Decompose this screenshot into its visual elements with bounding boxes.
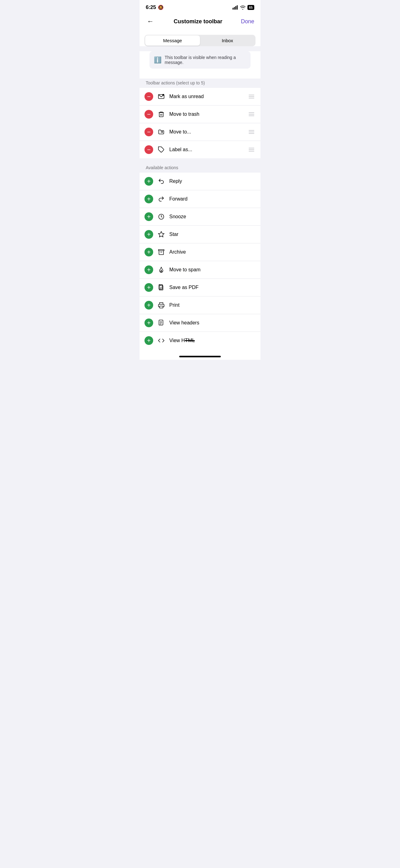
segment-control: Message Inbox [144,35,256,46]
code-icon [157,336,166,345]
reply-label: Reply [169,179,256,184]
add-button-reply[interactable]: + [144,177,153,186]
svg-rect-1 [234,7,235,10]
tag-icon [157,145,166,154]
toolbar-actions-label: Toolbar actions (select up to 5) [139,79,261,88]
add-button-snooze[interactable]: + [144,212,153,221]
drag-handle[interactable] [247,129,256,135]
signal-icon [233,5,238,10]
svg-rect-18 [160,306,163,308]
add-button-print[interactable]: + [144,301,153,310]
archive-icon [157,248,166,256]
star-label: Star [169,231,256,237]
available-actions-list: + Reply + Forward + [139,173,261,349]
add-button-view-html[interactable]: + [144,336,153,345]
svg-rect-2 [235,6,236,10]
add-button-save-pdf[interactable]: + [144,283,153,292]
list-item: + View headers [139,314,261,332]
mute-icon: 🔕 [158,5,164,10]
svg-rect-3 [237,5,237,10]
trash-icon [157,110,166,119]
back-button[interactable]: ← [146,16,155,27]
svg-rect-19 [159,320,163,326]
list-item: − Move to... [139,123,261,141]
available-actions-label: Available actions [139,163,261,173]
list-item: + Star [139,226,261,243]
svg-rect-13 [159,250,164,251]
status-icons: 65 [233,5,254,10]
archive-label: Archive [169,249,256,255]
mark-unread-label: Mark as unread [169,94,244,99]
list-item: − Mark as unread [139,88,261,105]
doc-lines-icon [157,318,166,327]
remove-button-move-trash[interactable]: − [144,110,153,119]
list-item: + View HTML [139,332,261,349]
drag-handle[interactable] [247,93,256,100]
home-indicator [139,349,261,360]
remove-button-label-as[interactable]: − [144,145,153,154]
tab-inbox[interactable]: Inbox [200,35,255,45]
list-item: − Label as... [139,141,261,158]
add-button-forward[interactable]: + [144,195,153,203]
info-icon: ℹ️ [154,56,162,64]
svg-marker-12 [159,231,164,237]
spam-label: Move to spam [169,267,256,273]
add-button-archive[interactable]: + [144,248,153,256]
view-html-label: View HTML [169,338,256,343]
list-item: + Forward [139,190,261,208]
envelope-dot-icon [157,92,166,101]
folder-arrow-icon [157,128,166,136]
battery-level: 65 [247,5,254,10]
print-label: Print [169,302,256,308]
view-headers-label: View headers [169,320,256,326]
list-item: + Reply [139,173,261,190]
forward-icon [157,195,166,203]
label-as-label: Label as... [169,147,244,152]
add-button-view-headers[interactable]: + [144,318,153,327]
move-trash-label: Move to trash [169,112,244,117]
toolbar-actions-list: − Mark as unread − Move [139,88,261,158]
remove-button-move-to[interactable]: − [144,128,153,136]
home-bar [179,356,221,357]
section-spacer [139,158,261,163]
list-item: + Save as PDF [139,279,261,297]
clock-icon [157,212,166,221]
add-button-spam[interactable]: + [144,266,153,274]
forward-label: Forward [169,196,256,202]
segment-wrapper: Message Inbox [139,31,261,46]
list-item: + Snooze [139,208,261,226]
list-item: + Archive [139,243,261,261]
add-button-star[interactable]: + [144,230,153,239]
move-to-label: Move to... [169,129,244,135]
nav-bar: ← Customize toolbar Done [139,13,261,31]
flame-icon [157,266,166,274]
list-item: − Move to trash [139,105,261,123]
printer-icon [157,301,166,310]
list-item: + Move to spam [139,261,261,279]
save-pdf-label: Save as PDF [169,285,256,290]
wifi-icon [240,5,245,10]
svg-rect-6 [159,113,163,117]
star-icon [157,230,166,239]
drag-handle[interactable] [247,111,256,117]
snooze-label: Snooze [169,214,256,219]
done-button[interactable]: Done [241,18,254,25]
remove-button-mark-unread[interactable]: − [144,92,153,101]
reply-icon [157,177,166,186]
status-bar: 6:25 🔕 65 [139,0,261,13]
tab-message[interactable]: Message [145,35,200,45]
list-item: + Print [139,297,261,314]
info-text: This toolbar is visible when reading a m… [165,55,246,65]
info-banner: ℹ️ This toolbar is visible when reading … [149,51,251,69]
page-title: Customize toolbar [174,18,222,25]
svg-point-5 [163,94,164,96]
pdf-icon [157,283,166,292]
drag-handle[interactable] [247,147,256,153]
svg-rect-0 [233,8,233,10]
status-time: 6:25 [146,4,156,10]
